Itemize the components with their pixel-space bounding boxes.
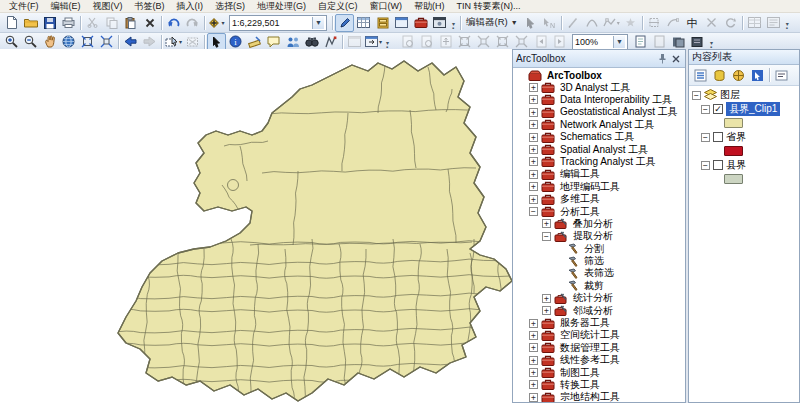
toc-window-button[interactable] [354, 14, 373, 32]
toolbox-item-21[interactable]: +空间统计工具 [513, 329, 685, 341]
swatch-xianjie-clip1[interactable] [724, 118, 743, 128]
html-popup-button[interactable] [283, 33, 302, 51]
menu-item-10[interactable]: TIN 转要素(N)... [451, 0, 527, 13]
toolbar-overflow-icon[interactable]: ▾▪ [707, 33, 716, 51]
layer-name-label[interactable]: 县界_Clip1 [726, 102, 780, 116]
map-canvas[interactable] [0, 49, 512, 403]
toolbar-overflow-icon[interactable]: ▾▪ [383, 33, 392, 51]
toolbox-item-25[interactable]: +转换工具 [513, 379, 685, 391]
fixed-zoom-out-button[interactable] [97, 33, 116, 51]
toolbox-item-17[interactable]: 裁剪 [513, 280, 685, 292]
select-features-button[interactable]: ▾ [164, 33, 183, 51]
toolbox-item-18[interactable]: +统计分析 [513, 292, 685, 304]
expand-icon[interactable]: + [542, 306, 551, 315]
fixed-zoom-in-button[interactable] [78, 33, 97, 51]
magnifier-window-button[interactable]: ▾ [364, 33, 383, 51]
full-extent-button[interactable] [59, 33, 78, 51]
toolbar-overflow-icon[interactable]: ▾▪ [783, 14, 792, 32]
toolbox-item-13[interactable]: −提取分析 [513, 230, 685, 242]
expand-icon[interactable]: + [529, 145, 538, 154]
toolbox-item-22[interactable]: +数据管理工具 [513, 342, 685, 354]
expand-icon[interactable]: + [529, 368, 538, 377]
menu-item-8[interactable]: 窗口(W) [364, 0, 409, 13]
expand-icon[interactable]: + [529, 195, 538, 204]
hyperlink-button[interactable] [264, 33, 283, 51]
expand-icon[interactable]: + [529, 95, 538, 104]
data-driven-pages-button[interactable] [688, 33, 707, 51]
toolbox-item-26[interactable]: +宗地结构工具 [513, 391, 685, 402]
toc-layer-shengjie[interactable]: −省界 [689, 130, 799, 144]
menu-item-0[interactable]: 文件(F) [3, 0, 45, 13]
expand-icon[interactable]: + [529, 356, 538, 365]
zoom-out-button[interactable] [21, 33, 40, 51]
editor-menu[interactable]: 编辑器(R)▼ [463, 16, 521, 29]
menu-item-5[interactable]: 选择(S) [209, 0, 251, 13]
menu-item-6[interactable]: 地理处理(G) [251, 0, 312, 13]
toolbox-item-6[interactable]: +Spatial Analyst 工具 [513, 143, 685, 155]
collapse-icon[interactable]: − [701, 105, 710, 114]
map-scale-combo-dropdown-icon[interactable]: ▼ [312, 17, 324, 29]
autohide-pin-icon[interactable] [656, 52, 669, 65]
search-window-button[interactable] [392, 14, 411, 32]
toolbox-item-2[interactable]: +Data Interoperability 工具 [513, 94, 685, 106]
list-by-visibility-button[interactable] [729, 66, 748, 84]
page-zoom-combo[interactable]: 100%▼ [572, 34, 628, 50]
toolbox-item-5[interactable]: +Schematics 工具 [513, 131, 685, 143]
toolbox-item-16[interactable]: 表筛选 [513, 267, 685, 279]
toc-layer-xianjie-clip1[interactable]: −✓县界_Clip1 [689, 102, 799, 116]
python-window-button[interactable] [430, 14, 449, 32]
print-button[interactable] [59, 14, 78, 32]
list-by-drawing-order-button[interactable] [691, 66, 710, 84]
layer-name-label[interactable]: 县界 [726, 158, 746, 172]
toolbox-item-11[interactable]: −分析工具 [513, 205, 685, 217]
toolbox-item-4[interactable]: +Network Analyst 工具 [513, 119, 685, 131]
expand-icon[interactable]: + [529, 133, 538, 142]
zoom-in-button[interactable] [2, 33, 21, 51]
collapse-icon[interactable]: − [542, 232, 551, 241]
new-map-button[interactable] [2, 14, 21, 32]
expand-icon[interactable]: + [529, 83, 538, 92]
expand-icon[interactable]: + [529, 319, 538, 328]
collapse-icon[interactable]: − [692, 91, 701, 100]
toolbox-item-14[interactable]: 分割 [513, 242, 685, 254]
menu-item-7[interactable]: 自定义(C) [312, 0, 364, 13]
editor-toolbar-toggle[interactable] [335, 14, 354, 32]
expand-icon[interactable]: + [529, 331, 538, 340]
menu-item-1[interactable]: 编辑(E) [45, 0, 87, 13]
find-route-button[interactable] [321, 33, 340, 51]
save-button[interactable] [40, 14, 59, 32]
expand-icon[interactable]: + [529, 393, 538, 402]
toolbox-item-20[interactable]: +服务器工具 [513, 317, 685, 329]
toolbar-overflow-icon[interactable]: ▾▪ [449, 14, 458, 32]
delete-button[interactable] [140, 14, 159, 32]
measure-button[interactable] [245, 33, 264, 51]
select-elements-button[interactable] [207, 33, 226, 51]
toolbox-root[interactable]: ArcToolbox [513, 69, 685, 81]
toolbox-item-3[interactable]: +Geostatistical Analyst 工具 [513, 106, 685, 118]
expand-icon[interactable]: + [542, 294, 551, 303]
expand-icon[interactable]: + [529, 120, 538, 129]
list-by-selection-button[interactable] [748, 66, 767, 84]
identify-button[interactable]: i [226, 33, 245, 51]
collapse-icon[interactable]: − [701, 133, 710, 142]
layer-visibility-checkbox[interactable]: ✓ [713, 104, 723, 114]
menu-item-4[interactable]: 插入(I) [171, 0, 210, 13]
collapse-icon[interactable]: − [529, 207, 538, 216]
toolbox-item-10[interactable]: +多维工具 [513, 193, 685, 205]
layer-visibility-checkbox[interactable] [713, 132, 723, 142]
back-extent-button[interactable] [121, 33, 140, 51]
toolbox-item-19[interactable]: +邻域分析 [513, 304, 685, 316]
expand-icon[interactable]: + [542, 219, 551, 228]
add-data-button[interactable]: ▾ [207, 14, 226, 32]
toolbox-item-12[interactable]: +叠加分析 [513, 218, 685, 230]
swatch-shengjie[interactable] [724, 146, 743, 156]
swatch-xianjie-clip1[interactable] [689, 116, 799, 130]
list-by-source-button[interactable] [710, 66, 729, 84]
toolbox-item-9[interactable]: +地理编码工具 [513, 181, 685, 193]
toc-group-layers[interactable]: −图层 [689, 88, 799, 102]
toolbox-item-7[interactable]: +Tracking Analyst 工具 [513, 156, 685, 168]
menu-item-2[interactable]: 视图(V) [87, 0, 129, 13]
expand-icon[interactable]: + [529, 343, 538, 352]
expand-icon[interactable]: + [529, 170, 538, 179]
expand-icon[interactable]: + [529, 380, 538, 389]
